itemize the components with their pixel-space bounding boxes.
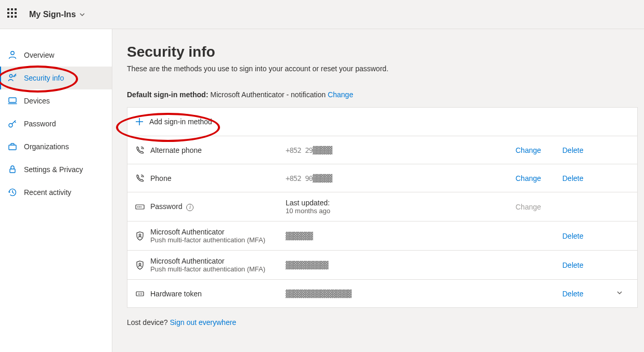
delete-link bbox=[562, 203, 609, 211]
method-value-text: ▓▓▓▓▓▓▓ bbox=[286, 232, 516, 240]
app-title-dropdown[interactable]: My Sign-Ins bbox=[29, 10, 85, 19]
method-name-label: Password bbox=[150, 202, 182, 211]
app-title: My Sign-Ins bbox=[29, 10, 76, 19]
sidebar-item-security-info[interactable]: Security info bbox=[0, 67, 112, 89]
sidebar-item-recent-activity[interactable]: Recent activity bbox=[0, 181, 112, 204]
chevron-down-icon bbox=[616, 289, 623, 296]
change-default-link[interactable]: Change bbox=[328, 90, 353, 99]
phone-icon bbox=[135, 173, 150, 184]
method-actions: Delete bbox=[516, 290, 609, 298]
key-icon bbox=[7, 119, 18, 129]
delete-link[interactable]: Delete bbox=[562, 174, 609, 182]
method-row: Password iLast updated:10 months agoChan… bbox=[127, 192, 637, 221]
method-name-label: Hardware token bbox=[150, 290, 286, 298]
method-value-sub: 10 months ago bbox=[286, 207, 516, 215]
briefcase-icon bbox=[7, 141, 18, 152]
method-actions: Delete bbox=[516, 261, 609, 269]
add-signin-method-label: Add sign-in method bbox=[149, 118, 212, 126]
sidebar-item-label: Organizations bbox=[24, 142, 69, 151]
sidebar-item-overview[interactable]: Overview bbox=[0, 44, 112, 67]
svg-point-4 bbox=[9, 124, 12, 127]
plus-icon bbox=[135, 117, 144, 126]
delete-link[interactable]: Delete bbox=[562, 261, 609, 269]
methods-card: Add sign-in method Alternate phone+852 2… bbox=[127, 107, 638, 308]
sidebar-item-label: Recent activity bbox=[24, 188, 71, 197]
phone-icon bbox=[135, 145, 150, 155]
method-value-text: ▓▓▓▓▓▓▓▓▓▓▓ bbox=[286, 261, 516, 269]
method-name: Alternate phone bbox=[150, 146, 286, 154]
svg-text:123: 123 bbox=[138, 292, 143, 295]
lock-icon bbox=[7, 164, 18, 175]
sidebar-item-organizations[interactable]: Organizations bbox=[0, 135, 112, 158]
method-actions: Delete bbox=[516, 232, 609, 240]
header-bar: My Sign-Ins bbox=[0, 0, 644, 29]
history-icon bbox=[7, 187, 18, 198]
info-icon[interactable]: i bbox=[186, 204, 194, 211]
laptop-icon bbox=[7, 96, 18, 106]
sidebar-item-label: Devices bbox=[24, 97, 50, 105]
method-value-text: +852 29▓▓▓▓▓ bbox=[286, 146, 516, 154]
method-name-label: Microsoft Authenticator bbox=[150, 228, 286, 236]
change-link bbox=[516, 261, 562, 269]
method-name-label: Microsoft Authenticator bbox=[150, 257, 286, 265]
method-actions: ChangeDelete bbox=[516, 174, 609, 182]
lost-device-line: Lost device? Sign out everywhere bbox=[127, 318, 638, 327]
sidebar-item-devices[interactable]: Devices bbox=[0, 89, 112, 112]
sidebar-item-label: Security info bbox=[24, 74, 64, 82]
authenticator-icon bbox=[135, 231, 150, 241]
sidebar: Overview Security info Devices Password … bbox=[0, 29, 112, 352]
method-value: +852 90▓▓▓▓▓ bbox=[286, 174, 516, 182]
method-value-text: ▓▓▓▓▓▓▓▓▓▓▓▓▓▓▓▓▓ bbox=[286, 290, 516, 298]
delete-link[interactable]: Delete bbox=[562, 232, 609, 240]
svg-point-14 bbox=[139, 263, 141, 265]
page-title: Security info bbox=[127, 44, 638, 60]
delete-link[interactable]: Delete bbox=[562, 146, 609, 154]
change-link bbox=[516, 290, 562, 298]
expand-button[interactable] bbox=[609, 289, 630, 298]
method-value: ▓▓▓▓▓▓▓ bbox=[286, 232, 516, 240]
change-link: Change bbox=[516, 203, 562, 211]
svg-rect-2 bbox=[9, 98, 16, 102]
add-signin-method-button[interactable]: Add sign-in method bbox=[127, 108, 637, 136]
password-icon bbox=[135, 202, 150, 212]
method-name-label: Phone bbox=[150, 174, 286, 182]
method-row: 123Hardware token▓▓▓▓▓▓▓▓▓▓▓▓▓▓▓▓▓Delete bbox=[127, 279, 637, 307]
app-launcher-icon[interactable] bbox=[7, 8, 20, 21]
default-signin-method: Default sign-in method: Microsoft Authen… bbox=[127, 90, 638, 99]
method-row: Microsoft AuthenticatorPush multi-factor… bbox=[127, 250, 637, 279]
change-link[interactable]: Change bbox=[516, 174, 562, 182]
default-method-value: Microsoft Authenticator - notification bbox=[210, 90, 326, 99]
method-value: ▓▓▓▓▓▓▓▓▓▓▓▓▓▓▓▓▓ bbox=[286, 290, 516, 298]
method-value-text: +852 90▓▓▓▓▓ bbox=[286, 174, 516, 182]
svg-point-11 bbox=[139, 206, 140, 207]
delete-link[interactable]: Delete bbox=[562, 290, 609, 298]
authenticator-icon bbox=[135, 260, 150, 270]
sidebar-item-label: Settings & Privacy bbox=[24, 165, 83, 174]
change-link bbox=[516, 232, 562, 240]
chevron-down-icon bbox=[79, 11, 85, 18]
method-row: Microsoft AuthenticatorPush multi-factor… bbox=[127, 221, 637, 250]
method-name: Microsoft AuthenticatorPush multi-factor… bbox=[150, 228, 286, 244]
method-value: Last updated:10 months ago bbox=[286, 199, 516, 215]
method-name-sub: Push multi-factor authentication (MFA) bbox=[150, 265, 286, 273]
method-name: Password i bbox=[150, 202, 286, 211]
default-method-label: Default sign-in method: bbox=[127, 90, 208, 99]
method-name-label: Alternate phone bbox=[150, 146, 286, 154]
method-value: ▓▓▓▓▓▓▓▓▓▓▓ bbox=[286, 261, 516, 269]
method-value-text: Last updated: bbox=[286, 199, 516, 207]
sign-out-everywhere-link[interactable]: Sign out everywhere bbox=[170, 318, 237, 327]
svg-point-0 bbox=[11, 51, 14, 55]
sidebar-item-settings-privacy[interactable]: Settings & Privacy bbox=[0, 158, 112, 181]
sidebar-item-label: Password bbox=[24, 120, 56, 128]
svg-point-10 bbox=[137, 206, 138, 207]
change-link[interactable]: Change bbox=[516, 146, 562, 154]
method-value: +852 29▓▓▓▓▓ bbox=[286, 146, 516, 154]
method-name: Hardware token bbox=[150, 290, 286, 298]
sidebar-item-password[interactable]: Password bbox=[0, 112, 112, 135]
svg-rect-6 bbox=[10, 169, 15, 173]
method-row: Alternate phone+852 29▓▓▓▓▓ChangeDelete bbox=[127, 136, 637, 164]
method-actions: Change bbox=[516, 203, 609, 211]
svg-point-1 bbox=[9, 74, 12, 77]
method-name: Microsoft AuthenticatorPush multi-factor… bbox=[150, 257, 286, 273]
key-person-icon bbox=[7, 73, 18, 83]
